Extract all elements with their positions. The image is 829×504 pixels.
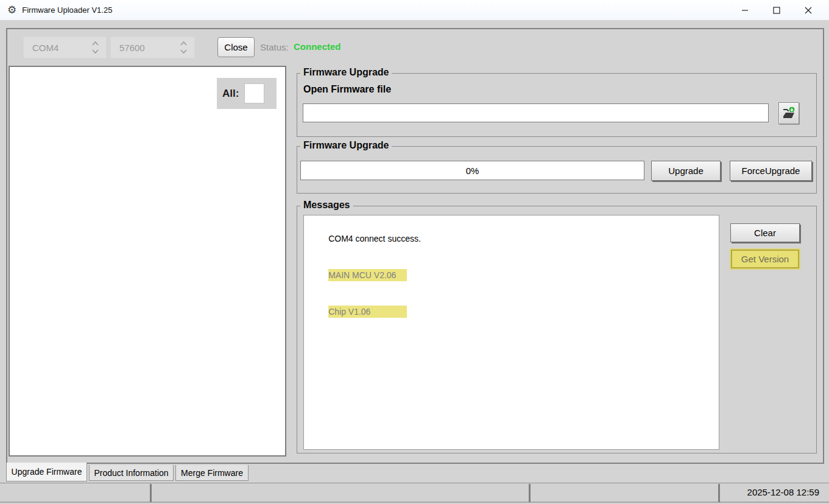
message-line-highlighted: MAIN MCU V2.06: [309, 257, 719, 293]
status-bar: 2025-12-08 12:59: [0, 483, 829, 503]
window-controls: [729, 0, 824, 20]
baud-rate-value: 57600: [119, 43, 145, 53]
app-window: ⚙ Firmware Uploader V1.25 COM4 57600 Clo…: [0, 0, 829, 504]
statusbar-separator: [529, 484, 531, 502]
firmware-file-group: Firmware Upgrade Open Firmware file: [297, 73, 817, 137]
maximize-icon: [773, 7, 780, 14]
close-window-button[interactable]: [792, 0, 824, 20]
com-port-value: COM4: [32, 43, 58, 53]
statusbar-separator: [718, 484, 720, 502]
minimize-icon: [741, 7, 749, 14]
chevron-updown-icon: [91, 40, 100, 55]
gear-icon: ⚙: [7, 5, 16, 15]
tab-merge-firmware[interactable]: Merge Firmware: [175, 465, 249, 481]
statusbar-separator: [150, 484, 152, 502]
tab-upgrade-firmware[interactable]: Upgrade Firmware: [6, 463, 87, 481]
maximize-button[interactable]: [761, 0, 792, 20]
firmware-file-group-title: Firmware Upgrade: [300, 67, 392, 78]
status-value: Connected: [294, 41, 341, 52]
tab-product-information[interactable]: Product Information: [89, 465, 174, 481]
close-icon: [805, 7, 812, 14]
minimize-button[interactable]: [729, 0, 761, 20]
firmware-upgrade-group-title: Firmware Upgrade: [300, 140, 392, 151]
messages-group: Messages COM4 connect success. MAIN MCU …: [297, 206, 817, 453]
message-line: COM4 connect success.: [309, 220, 719, 257]
open-folder-icon: [781, 106, 796, 121]
messages-log[interactable]: COM4 connect success. MAIN MCU V2.06 Chi…: [303, 215, 719, 450]
statusbar-datetime: 2025-12-08 12:59: [747, 487, 819, 497]
get-version-button[interactable]: Get Version: [731, 250, 799, 268]
com-port-select[interactable]: COM4: [23, 37, 107, 58]
message-line-highlighted: Chip V1.06: [309, 293, 719, 330]
firmware-file-path-input[interactable]: [303, 103, 769, 122]
device-list-panel[interactable]: [9, 66, 286, 457]
select-all-checkbox[interactable]: [244, 83, 264, 103]
status-label: Status:: [260, 42, 289, 52]
messages-group-title: Messages: [300, 200, 353, 211]
upgrade-progress-bar: 0%: [300, 161, 644, 180]
firmware-upgrade-group: Firmware Upgrade 0% Upgrade ForceUpgrade: [297, 146, 817, 194]
upgrade-button[interactable]: Upgrade: [651, 161, 721, 181]
baud-rate-select[interactable]: 57600: [110, 37, 195, 58]
force-upgrade-button[interactable]: ForceUpgrade: [730, 161, 812, 181]
select-all-block: All:: [217, 78, 277, 109]
chevron-updown-icon: [179, 40, 188, 55]
upgrade-progress-text: 0%: [466, 166, 479, 176]
clear-button[interactable]: Clear: [730, 223, 800, 242]
open-firmware-file-label: Open Firmware file: [303, 84, 391, 95]
window-title: Firmware Uploader V1.25: [22, 5, 112, 15]
close-port-button[interactable]: Close: [217, 37, 255, 57]
title-bar: ⚙ Firmware Uploader V1.25: [0, 0, 829, 20]
select-all-label: All:: [222, 88, 239, 100]
browse-file-button[interactable]: [778, 102, 799, 124]
